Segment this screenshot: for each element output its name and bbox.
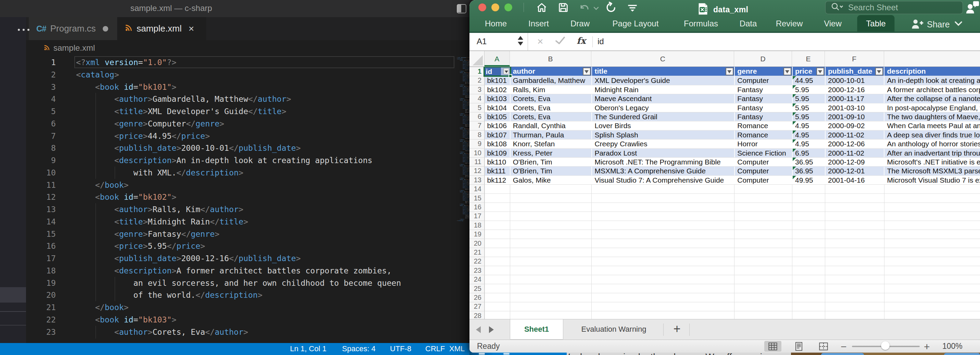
cell-publish_date-bk111[interactable]: 2000-12-01 [825,166,884,175]
enter-check-icon[interactable] [555,36,565,46]
column-header-b[interactable]: B [510,51,592,67]
normal-view-button[interactable] [764,341,781,352]
cell-price-bk110[interactable]: 36.95 [792,158,825,166]
cell-title-bk108[interactable]: Creepy Crawlies [591,139,734,148]
selected-cell-A1[interactable]: id [484,67,511,77]
cell-description-bk112[interactable]: Microsoft Visual Studio 7 is explored in… [884,176,980,184]
cell-author-bk103[interactable]: Corets, Eva [510,94,592,103]
cell-author-bk110[interactable]: O'Brien, Tim [510,158,592,166]
cell-genre-bk102[interactable]: Fantasy [734,85,792,94]
header-cell-description[interactable]: description [884,67,980,76]
select-all-corner[interactable] [469,51,485,67]
ribbon-tab-home[interactable]: Home [485,15,507,33]
cell-price-bk105[interactable]: 5.95 [792,112,825,121]
row-header-27[interactable]: 27 [469,302,481,311]
search-box[interactable]: Search Sheet [825,1,963,14]
insert-function-icon[interactable]: fx [577,36,586,46]
page-layout-view-button[interactable] [790,341,807,352]
cell-author-bk105[interactable]: Corets, Eva [510,112,592,121]
close-window-button[interactable] [478,3,486,11]
row-header-11[interactable]: 11 [469,157,481,166]
cell-id-bk103[interactable]: bk103 [485,94,510,103]
cell-description-bk108[interactable]: An anthology of horror stories about roa… [884,139,980,148]
filter-dropdown-button[interactable] [816,67,824,75]
fill-handle[interactable] [509,74,512,78]
column-header-e[interactable]: E [792,51,825,67]
cell-description-bk109[interactable]: After an inadvertant trip through a Heis… [884,149,980,157]
ribbon-tab-data[interactable]: Data [740,15,757,33]
header-cell-title[interactable]: title [591,67,734,76]
cell-genre-bk104[interactable]: Fantasy [734,104,792,112]
cell-description-bk104[interactable]: In post-apocalypse England, the mysterio… [884,104,980,112]
undo-icon[interactable] [578,2,591,15]
cell-price-bk111[interactable]: 36.95 [792,166,825,175]
row-header-22[interactable]: 22 [469,257,481,265]
cell-id-bk101[interactable]: bk101 [485,76,510,85]
column-header-c[interactable]: C [591,51,734,67]
row-header-14[interactable]: 14 [469,184,481,193]
ribbon-tab-draw[interactable]: Draw [571,15,590,33]
tab-sample-xml[interactable]: sample.xml × [118,17,206,40]
cell-id-bk105[interactable]: bk105 [485,112,510,121]
share-button[interactable]: Share [910,18,962,31]
cell-genre-bk112[interactable]: Computer [734,176,792,184]
name-box-spinner[interactable] [518,36,523,46]
row-header-12[interactable]: 12 [469,166,481,175]
cell-publish_date-bk107[interactable]: 2000-11-02 [825,131,884,139]
zoom-window-button[interactable] [504,3,512,11]
sheet-tab-sheet1[interactable]: Sheet1 [510,319,563,340]
cell-id-bk110[interactable]: bk110 [485,158,510,166]
close-tab-icon[interactable]: × [188,26,194,32]
row-header-9[interactable]: 9 [469,139,481,148]
ribbon-tab-table[interactable]: Table [857,15,894,33]
quick-actions-menu-icon[interactable] [628,5,637,13]
tab-program-cs[interactable]: C# Program.cs [29,17,117,40]
editor-actions-more-icon[interactable] [18,28,32,32]
header-cell-author[interactable]: author [510,67,592,76]
cell-title-bk109[interactable]: Paradox Lost [591,149,734,157]
row-header-6[interactable]: 6 [469,112,481,121]
row-header-8[interactable]: 8 [469,130,481,139]
ribbon-tab-review[interactable]: Review [776,15,803,33]
cell-title-bk112[interactable]: Visual Studio 7: A Comprehensive Guide [591,176,734,184]
cell-id-bk104[interactable]: bk104 [485,104,510,112]
cell-author-bk101[interactable]: Gambardella, Matthew [510,76,592,85]
cell-price-bk103[interactable]: 5.95 [792,94,825,103]
header-cell-publish_date[interactable]: publish_date [825,67,884,76]
row-header-21[interactable]: 21 [469,248,481,257]
cell-publish_date-bk105[interactable]: 2001-09-10 [825,112,884,121]
row-header-4[interactable]: 4 [469,94,481,103]
code-editor[interactable]: 1<?xml version="1.0"?>2<catalog>3 <book … [26,56,469,339]
cell-author-bk104[interactable]: Corets, Eva [510,104,592,112]
row-header-15[interactable]: 15 [469,193,481,203]
cell-id-bk112[interactable]: bk112 [485,176,510,184]
cell-title-bk110[interactable]: Microsoft .NET: The Programming Bible [591,158,734,166]
row-header-13[interactable]: 13 [469,176,481,184]
row-header-5[interactable]: 5 [469,103,481,112]
cell-author-bk109[interactable]: Kress, Peter [510,149,592,157]
minimize-window-button[interactable] [492,3,499,11]
cell-publish_date-bk108[interactable]: 2000-12-06 [825,139,884,148]
filter-dropdown-button[interactable] [875,67,883,75]
cell-publish_date-bk112[interactable]: 2001-04-16 [825,176,884,184]
cell-publish_date-bk104[interactable]: 2001-03-10 [825,104,884,112]
ribbon-tab-insert[interactable]: Insert [528,15,549,33]
cell-genre-bk103[interactable]: Fantasy [734,94,792,103]
cell-genre-bk111[interactable]: Computer [734,166,792,175]
next-sheet-icon[interactable] [489,326,494,333]
minimap[interactable]: <?xml version="1.0"?><catalog> <book id=… [455,57,469,249]
row-header-17[interactable]: 17 [469,211,481,220]
cell-title-bk106[interactable]: Lover Birds [591,121,734,130]
cell-title-bk107[interactable]: Splish Splash [591,131,734,139]
ribbon-tab-view[interactable]: View [824,15,842,33]
cell-author-bk102[interactable]: Ralls, Kim [510,85,592,94]
sheet-tab-evaluation-warning[interactable]: Evaluation Warning [564,319,663,340]
cell-genre-bk108[interactable]: Horror [734,139,792,148]
cell-id-bk108[interactable]: bk108 [485,139,510,148]
save-icon[interactable] [557,2,569,15]
cell-genre-bk107[interactable]: Romance [734,131,792,139]
cell-author-bk111[interactable]: O'Brien, Tim [510,166,592,175]
cell-genre-bk105[interactable]: Fantasy [734,112,792,121]
cell-id-bk107[interactable]: bk107 [485,131,510,139]
cell-description-bk106[interactable]: When Carla meets Paul at an ornithology … [884,121,980,130]
